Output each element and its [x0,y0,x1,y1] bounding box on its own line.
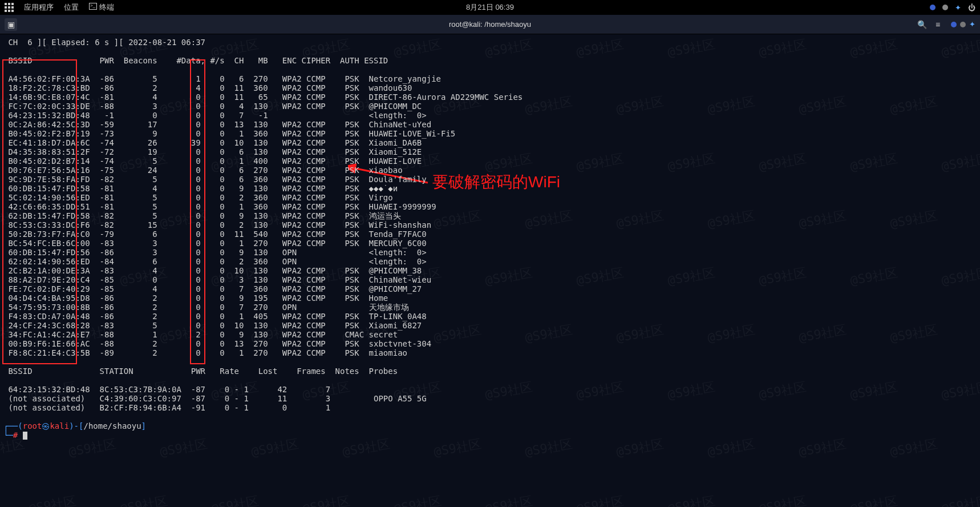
menu-terminal[interactable]: 终端 [89,2,114,13]
topbar-clock[interactable]: 8月21日 06:39 [466,2,514,13]
power-icon[interactable]: ⏻ [968,3,975,12]
menu-applications[interactable]: 应用程序 [24,2,54,13]
terminal-titlebar: ▣ root@kali: /home/shaoyu 🔍 ≡ ✦ [0,15,980,34]
win-dot-1 [951,22,957,27]
window-title: root@kali: /home/shaoyu [449,20,531,29]
terminal-output[interactable]: CH 6 ][ Elapsed: 6 s ][ 2022-08-21 06:37… [0,34,980,443]
terminal-icon [89,3,97,10]
tray-dot-2 [942,5,948,10]
menu-places[interactable]: 位置 [64,2,79,13]
activities-icon[interactable] [5,3,14,12]
tray-kali-icon: ✦ [955,3,961,12]
new-tab-button[interactable]: ▣ [5,18,17,31]
tray-dot-1 [930,5,936,10]
win-dot-2 [960,22,966,27]
win-kali-icon: ✦ [969,20,975,29]
hamburger-menu-button[interactable]: ≡ [932,18,944,31]
search-button[interactable]: 🔍 [916,18,928,31]
system-tray[interactable]: ✦ ⏻ [930,3,975,12]
cursor [23,432,27,440]
gnome-topbar: 应用程序 位置 终端 8月21日 06:39 ✦ ⏻ [0,0,980,15]
